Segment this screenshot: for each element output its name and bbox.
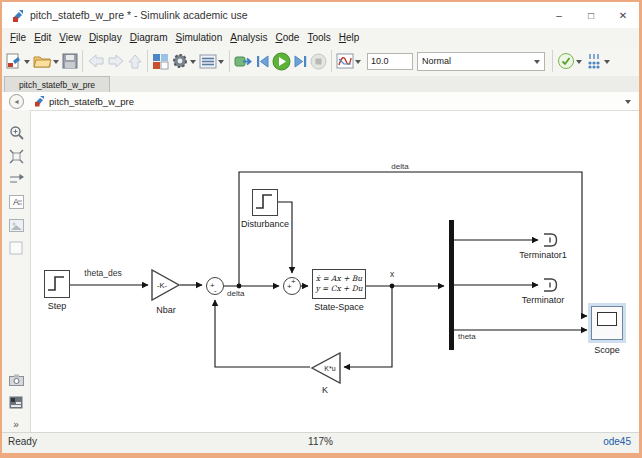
build-button[interactable] xyxy=(584,49,604,73)
step-back-icon xyxy=(255,54,270,69)
terminator-block[interactable] xyxy=(542,277,559,293)
area-icon xyxy=(9,241,23,255)
step-icon xyxy=(253,190,276,214)
model-browser-button[interactable] xyxy=(8,394,24,410)
menu-item-file[interactable]: File xyxy=(6,32,30,43)
run-icon xyxy=(272,52,291,71)
check-icon xyxy=(557,52,575,70)
terminator1-label: Terminator1 xyxy=(507,250,579,260)
k-gain-label: K xyxy=(310,385,340,395)
sum2-block[interactable]: + + xyxy=(283,277,301,295)
step-icon xyxy=(45,271,68,296)
stop-button[interactable] xyxy=(309,49,328,73)
step-forward-button[interactable] xyxy=(292,49,309,73)
zoom-button[interactable] xyxy=(8,124,24,140)
save-button[interactable] xyxy=(61,49,79,73)
breadcrumb-back-button[interactable]: ◂ xyxy=(9,94,24,109)
tab-bar: pitch_statefb_w_pre xyxy=(2,76,639,93)
zoom-level: 117% xyxy=(2,436,639,447)
maximize-button[interactable]: □ xyxy=(575,3,607,27)
k-gain-text: K*u xyxy=(324,365,335,372)
breadcrumb-model-name[interactable]: pitch_statefb_w_pre xyxy=(49,96,134,107)
menu-item-help[interactable]: Help xyxy=(335,32,364,43)
sim-mode-select[interactable]: Normal xyxy=(417,52,545,71)
demux-block[interactable] xyxy=(449,220,454,350)
terminator1-block[interactable] xyxy=(542,232,559,248)
step-block[interactable] xyxy=(44,270,70,298)
minimize-button[interactable]: – xyxy=(543,3,575,27)
tab-model[interactable]: pitch_statefb_w_pre xyxy=(4,76,110,92)
nbar-gain-block[interactable]: -K- xyxy=(151,269,181,301)
simulink-model-icon xyxy=(33,95,45,107)
image-icon xyxy=(9,219,24,232)
fit-view-button[interactable] xyxy=(8,148,24,164)
sum1-block[interactable]: + - xyxy=(206,277,224,295)
gear-icon xyxy=(171,52,189,70)
sim-io-button[interactable] xyxy=(233,49,254,73)
back-icon xyxy=(87,53,105,69)
model-config-icon xyxy=(199,54,217,69)
back-button[interactable] xyxy=(86,49,106,73)
camera-icon xyxy=(9,374,24,386)
signal-label-delta: delta xyxy=(227,289,255,298)
up-button[interactable] xyxy=(126,49,144,73)
scope-block[interactable] xyxy=(591,306,623,340)
k-gain-block[interactable]: K*u xyxy=(309,352,341,384)
open-button[interactable] xyxy=(32,49,53,73)
menu-item-tools[interactable]: Tools xyxy=(303,32,334,43)
signal-label-theta-des: theta_des xyxy=(74,268,132,278)
state-space-label: State-Space xyxy=(305,302,373,312)
annotation-button[interactable]: A xyxy=(8,194,24,210)
state-space-eq2: y = Cx + Du xyxy=(315,284,362,294)
build-caret[interactable] xyxy=(604,60,610,67)
new-model-button[interactable] xyxy=(4,49,24,73)
sim-mode-caret xyxy=(534,60,540,67)
new-model-icon xyxy=(5,52,23,70)
forward-icon xyxy=(107,53,125,69)
menu-bar: File Edit View Display Diagram Simulatio… xyxy=(2,28,639,46)
update-diagram-caret[interactable] xyxy=(576,60,582,67)
menu-item-simulation[interactable]: Simulation xyxy=(172,32,227,43)
image-button[interactable] xyxy=(8,217,24,233)
model-settings-caret[interactable] xyxy=(190,60,196,67)
breadcrumb-dropdown-caret[interactable] xyxy=(625,100,631,107)
sum2-sign-top: + xyxy=(291,278,296,286)
tab-label: pitch_statefb_w_pre xyxy=(19,80,95,90)
toolbar-separator xyxy=(147,50,148,72)
state-space-block[interactable]: ẋ = Ax + Bu y = Cx + Du xyxy=(312,269,366,299)
update-diagram-button[interactable] xyxy=(556,49,576,73)
forward-button[interactable] xyxy=(106,49,126,73)
menu-item-code[interactable]: Code xyxy=(271,32,303,43)
simulink-model-icon xyxy=(11,9,24,22)
new-model-caret[interactable] xyxy=(24,60,30,67)
solver-name[interactable]: ode45 xyxy=(603,436,631,447)
area-button[interactable] xyxy=(8,240,24,256)
disturbance-block[interactable] xyxy=(252,189,278,216)
status-bar: Ready 117% ode45 xyxy=(2,432,639,453)
menu-item-diagram[interactable]: Diagram xyxy=(126,32,172,43)
menu-item-edit[interactable]: Edit xyxy=(30,32,55,43)
step-label: Step xyxy=(32,301,82,311)
step-back-button[interactable] xyxy=(254,49,271,73)
open-caret[interactable] xyxy=(53,60,59,67)
close-button[interactable]: ✕ xyxy=(607,3,639,27)
build-icon xyxy=(585,53,603,69)
model-config-caret[interactable] xyxy=(218,60,224,67)
tool-palette: A » xyxy=(2,110,31,433)
model-config-button[interactable] xyxy=(198,49,218,73)
menu-item-view[interactable]: View xyxy=(55,32,85,43)
camera-button[interactable] xyxy=(8,372,24,388)
stop-time-input[interactable] xyxy=(367,53,413,70)
data-inspector-button[interactable] xyxy=(335,49,355,73)
model-settings-button[interactable] xyxy=(170,49,190,73)
signal-routing-button[interactable] xyxy=(8,171,24,187)
run-button[interactable] xyxy=(271,49,292,73)
menu-item-analysis[interactable]: Analysis xyxy=(226,32,271,43)
nbar-gain-text: -K- xyxy=(157,281,168,290)
data-inspector-caret[interactable] xyxy=(355,60,361,67)
library-browser-button[interactable] xyxy=(151,49,170,73)
palette-expand-button[interactable]: » xyxy=(8,416,24,432)
toolbar: Normal xyxy=(2,46,639,77)
menu-item-display[interactable]: Display xyxy=(85,32,126,43)
fit-view-icon xyxy=(9,149,24,164)
